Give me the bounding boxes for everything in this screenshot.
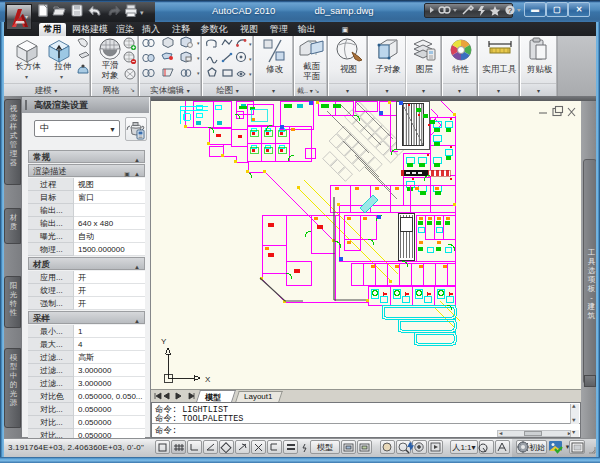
- svg-text:X: X: [205, 375, 211, 384]
- svg-text:▾: ▾: [249, 41, 252, 47]
- svg-text:▾: ▾: [197, 70, 200, 76]
- svg-text:?: ?: [508, 6, 513, 15]
- svg-text:▾: ▾: [249, 71, 252, 77]
- svg-text:▾: ▾: [197, 40, 200, 46]
- svg-text:▾: ▾: [249, 56, 252, 62]
- svg-text:▾: ▾: [197, 55, 200, 61]
- svg-text:Y: Y: [161, 337, 167, 346]
